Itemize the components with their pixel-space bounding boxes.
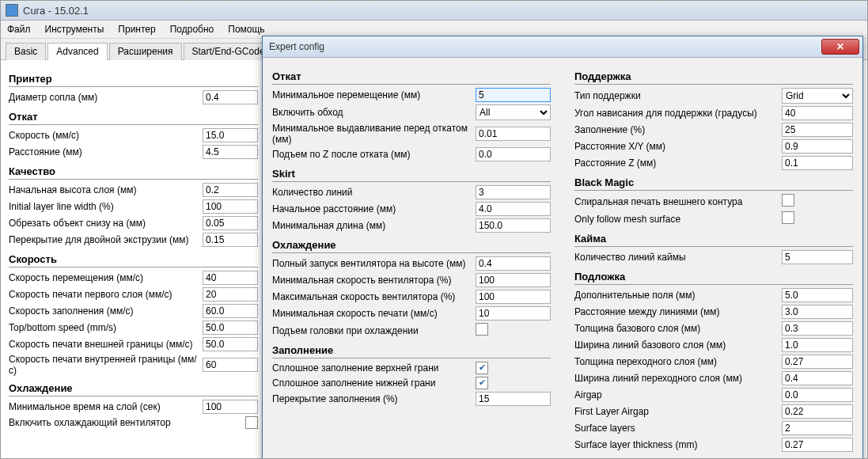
fan-min-input[interactable] [476, 273, 551, 287]
min-travel-input[interactable] [476, 88, 551, 102]
menu-file[interactable]: Файл [7, 24, 31, 35]
section-printer: Принтер [9, 73, 258, 87]
solid-bottom-checkbox[interactable]: ✔ [476, 377, 488, 389]
surface-layers-input[interactable] [782, 421, 853, 435]
tab-startend[interactable]: Start/End-GCode [184, 43, 274, 60]
solid-top-label: Сплошное заполнение верхней грани [272, 362, 476, 374]
raft-margin-label: Дополнительные поля (мм) [574, 290, 782, 301]
combing-select[interactable]: All [476, 104, 551, 120]
dialog-title: Expert config [269, 41, 324, 52]
section-raft: Подложка [574, 271, 853, 285]
infill-overlap-input[interactable] [476, 392, 551, 406]
fan-full-height-label: Полный запуск вентилятора на высоте (мм) [272, 258, 476, 269]
raft-base-thickness-input[interactable] [782, 321, 853, 336]
z-hop-input[interactable] [476, 147, 551, 161]
infill-speed-label: Скорость заполнения (мм/с) [9, 305, 203, 317]
retract-speed-input[interactable] [203, 128, 258, 142]
raft-interface-thickness-input[interactable] [782, 355, 853, 369]
support-z-input[interactable] [782, 156, 853, 170]
min-travel-label: Минимальное перемещение (мм) [272, 89, 476, 101]
support-z-label: Расстояние Z (мм) [574, 157, 782, 169]
menu-printer[interactable]: Принтер [118, 24, 155, 35]
section-speed: Скорость [9, 253, 258, 267]
skirt-distance-input[interactable] [476, 202, 551, 216]
raft-base-linewidth-input[interactable] [782, 338, 853, 352]
min-print-speed-label: Минимальная скорость печати (мм/с) [272, 308, 476, 319]
menu-help[interactable]: Помощь [228, 24, 264, 35]
expert-right-column: Поддержка Тип поддержкиGrid Угол нависан… [574, 64, 853, 457]
mesh-surface-label: Only follow mesh surface [574, 214, 782, 225]
fan-max-label: Максимальная скорость вентилятора (%) [272, 291, 476, 302]
support-angle-input[interactable] [782, 106, 853, 120]
fan-enable-checkbox[interactable] [245, 416, 258, 429]
raft-margin-input[interactable] [782, 288, 853, 302]
section-skirt: Skirt [272, 168, 551, 182]
raft-linespacing-input[interactable] [782, 305, 853, 319]
tab-basic[interactable]: Basic [6, 43, 46, 60]
topbottom-speed-input[interactable] [203, 321, 258, 335]
mesh-surface-checkbox[interactable] [782, 211, 794, 224]
skirt-distance-label: Начальное расстояние (мм) [272, 203, 476, 214]
close-button[interactable]: ✕ [821, 39, 859, 55]
airgap-input[interactable] [782, 388, 853, 402]
support-xy-input[interactable] [782, 139, 853, 154]
first-layer-airgap-label: First Layer Airgap [574, 406, 782, 417]
spiralize-checkbox[interactable] [782, 194, 794, 207]
min-print-speed-input[interactable] [476, 306, 551, 321]
min-extrude-label: Минимальное выдавливание перед откатом (… [272, 123, 476, 145]
combing-label: Включить обход [272, 107, 476, 118]
travel-speed-label: Скорость перемещения (мм/с) [9, 272, 203, 283]
app-icon [6, 4, 18, 17]
brim-lines-input[interactable] [782, 250, 853, 264]
fan-max-input[interactable] [476, 290, 551, 304]
inner-shell-speed-input[interactable] [203, 358, 258, 372]
retract-dist-label: Расстояние (мм) [9, 146, 203, 157]
solid-top-checkbox[interactable]: ✔ [476, 362, 488, 374]
tab-advanced[interactable]: Advanced [47, 43, 107, 60]
support-xy-label: Расстояние X/Y (мм) [574, 141, 782, 152]
min-layer-time-label: Минимальное время на слой (сек) [9, 401, 203, 412]
tab-extensions[interactable]: Расширения [109, 43, 182, 60]
section-blackmagic: Black Magic [574, 176, 853, 191]
first-layer-speed-label: Скорость печати первого слоя (мм/с) [9, 289, 203, 300]
outer-shell-speed-label: Скорость печати внешней границы (мм/с) [9, 339, 203, 350]
raft-interface-linewidth-input[interactable] [782, 371, 853, 385]
first-layer-airgap-input[interactable] [782, 404, 853, 419]
section-quality: Качество [9, 165, 258, 180]
fan-full-height-input[interactable] [476, 256, 551, 271]
surface-layers-label: Surface layers [574, 423, 782, 434]
section-cooling-expert: Охлаждение [272, 239, 551, 253]
init-layer-height-input[interactable] [203, 183, 258, 197]
dialog-titlebar[interactable]: Expert config ✕ [263, 36, 862, 58]
support-type-select[interactable]: Grid [782, 88, 853, 104]
support-fill-input[interactable] [782, 123, 853, 137]
outer-shell-speed-input[interactable] [203, 337, 258, 351]
raft-base-thickness-label: Толщина базового слоя (мм) [574, 323, 782, 334]
head-lift-checkbox[interactable] [476, 323, 488, 336]
skirt-minlen-label: Минимальная длина (мм) [272, 220, 476, 231]
infill-speed-input[interactable] [203, 304, 258, 318]
retract-dist-input[interactable] [203, 145, 258, 159]
menu-details[interactable]: Подробно [170, 24, 214, 35]
min-extrude-input[interactable] [476, 127, 551, 141]
z-hop-label: Подъем по Z после отката (мм) [272, 149, 476, 160]
section-retract-expert: Откат [272, 70, 551, 85]
skirt-lines-input[interactable] [476, 185, 551, 199]
min-layer-time-input[interactable] [203, 400, 258, 414]
nozzle-diameter-label: Диаметр сопла (мм) [9, 92, 203, 103]
cut-bottom-input[interactable] [203, 216, 258, 230]
skirt-lines-label: Количество линий [272, 187, 476, 198]
travel-speed-input[interactable] [203, 271, 258, 285]
menu-tools[interactable]: Инструменты [45, 24, 104, 35]
dual-overlap-input[interactable] [203, 233, 258, 247]
main-titlebar: Cura - 15.02.1 [1, 1, 867, 21]
first-layer-speed-input[interactable] [203, 287, 258, 302]
skirt-minlen-input[interactable] [476, 218, 551, 233]
advanced-settings-pane: Принтер Диаметр сопла (мм) Откат Скорост… [1, 60, 266, 459]
init-line-width-input[interactable] [203, 199, 258, 214]
infill-overlap-label: Перекрытие заполнения (%) [272, 393, 476, 404]
init-layer-height-label: Начальная высота слоя (мм) [9, 184, 203, 195]
section-infill: Заполнение [272, 344, 551, 358]
nozzle-diameter-input[interactable] [203, 90, 258, 104]
surface-thickness-input[interactable] [782, 438, 853, 452]
